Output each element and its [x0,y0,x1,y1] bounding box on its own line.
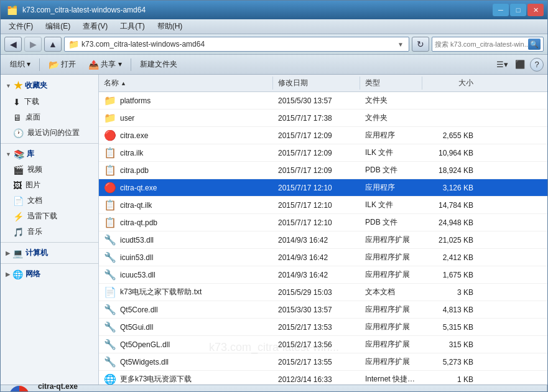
table-row[interactable]: 🔧 Qt5Core.dll 2015/3/30 13:57 应用程序扩展 4,8… [99,301,547,319]
column-header-date[interactable]: 修改日期 [273,77,360,90]
table-row[interactable]: 📋 citra.pdb 2015/7/17 12:09 PDB 文件 18,92… [99,162,547,179]
file-date-cell: 2015/7/17 17:38 [273,113,360,124]
video-icon: 🎬 [13,165,24,175]
file-type-cell: 应用程序扩展 [360,320,422,334]
column-header-name[interactable]: 名称 ▲ [99,77,273,90]
table-row[interactable]: 🔴 citra.exe 2015/7/17 12:09 应用程序 2,655 K… [99,127,547,144]
file-icon: 🔴 [104,182,116,194]
sidebar-item-video[interactable]: 🎬 视频 [1,162,98,177]
close-button[interactable]: ✕ [527,4,544,16]
file-name: citra-qt.ilk [120,201,152,210]
preview-pane-button[interactable]: ⬛ [512,58,528,72]
table-row[interactable]: 📁 platforms 2015/5/30 13:57 文件夹 [99,92,547,110]
sidebar-item-music[interactable]: 🎵 音乐 [1,224,98,240]
sidebar-item-recent[interactable]: 🕐 最近访问的位置 [1,125,98,141]
new-folder-button[interactable]: 新建文件夹 [134,57,183,73]
share-label: 共享 ▾ [101,59,121,70]
column-header-type[interactable]: 类型 [360,77,422,90]
minimize-button[interactable]: ─ [493,4,509,16]
table-row[interactable]: 🔧 Qt5Gui.dll 2015/2/17 13:53 应用程序扩展 5,31… [99,319,547,336]
share-button[interactable]: 📤 共享 ▾ [83,57,127,73]
sidebar-item-pictures[interactable]: 🖼 图片 [1,177,98,193]
up-button[interactable]: ▲ [44,37,62,52]
menu-file[interactable]: 文件(F) [4,21,37,33]
file-name: icudt53.dll [120,236,154,245]
file-type-cell: 应用程序扩展 [360,303,422,316]
file-icon: 📋 [104,199,116,211]
sidebar-divider-2 [1,242,98,243]
file-name-cell: 📋 citra.ilk [99,146,273,160]
menu-view[interactable]: 查看(V) [78,21,112,33]
organize-button[interactable]: 组织 ▾ [4,57,36,73]
search-input[interactable] [435,40,528,48]
table-row[interactable]: 📄 k73电玩之家下载帮助.txt 2015/5/29 15:03 文本文档 3… [99,284,547,301]
file-name: Qt5Widgets.dll [120,358,169,366]
table-row[interactable]: 🔧 icudt53.dll 2014/9/3 16:42 应用程序扩展 21,0… [99,231,547,249]
file-size-cell: 5,315 KB [422,322,478,333]
file-type-cell: 文件夹 [360,111,422,124]
forward-button[interactable]: ▶ [24,37,42,52]
file-name-cell: 📋 citra-qt.ilk [99,198,273,212]
menu-tools[interactable]: 工具(T) [116,21,149,33]
file-date-cell: 2015/2/17 13:55 [273,357,360,368]
file-name: citra.ilk [120,149,143,157]
table-row[interactable]: 🔧 icuin53.dll 2014/9/3 16:42 应用程序扩展 2,41… [99,249,547,266]
refresh-button[interactable]: ↻ [412,37,429,52]
file-rows-container: 📁 platforms 2015/5/30 13:57 文件夹 📁 user 2… [99,92,547,385]
music-icon: 🎵 [13,227,24,237]
file-date-cell: 2015/7/17 12:09 [273,130,360,141]
file-size-cell: 5,273 KB [422,357,478,368]
file-date-cell: 2014/9/3 16:42 [273,235,360,246]
file-icon: 📋 [104,217,116,228]
chevron-icon-network: ▶ [6,271,10,278]
file-date-cell: 2015/7/17 12:10 [273,182,360,194]
file-name-cell: 📄 k73电玩之家下载帮助.txt [99,285,273,299]
sidebar-header-network[interactable]: ▶ 🌐 网络 [1,266,98,282]
documents-icon: 📄 [13,196,24,206]
sidebar-header-favorites[interactable]: ▼ ★ 收藏夹 [1,77,98,94]
preview-icon [9,386,29,393]
sidebar-item-documents[interactable]: 📄 文档 [1,193,98,208]
table-row[interactable]: 🔴 citra-qt.exe 2015/7/17 12:10 应用程序 3,12… [99,179,547,197]
address-box[interactable]: 📁 k73.com_citra-latest-windows-amd64 ▼ [64,37,409,52]
table-row[interactable]: 📋 citra.ilk 2015/7/17 12:09 ILK 文件 10,96… [99,144,547,162]
file-name-cell: 📋 citra-qt.pdb [99,215,273,230]
menu-help[interactable]: 帮助(H) [153,21,187,33]
sidebar-item-desktop[interactable]: 🖥 桌面 [1,110,98,125]
table-row[interactable]: 📋 citra-qt.pdb 2015/7/17 12:10 PDB 文件 24… [99,214,547,231]
file-type-cell: ILK 文件 [360,198,422,212]
documents-label: 文档 [27,195,42,206]
file-icon: 🔧 [104,321,116,333]
file-size-cell: 18,924 KB [422,165,478,176]
table-row[interactable]: 🔧 Qt5OpenGL.dll 2015/2/17 13:56 应用程序扩展 3… [99,336,547,353]
help-button[interactable]: ? [530,58,544,72]
file-name: platforms [120,96,151,105]
table-row[interactable]: 📁 user 2015/7/17 17:38 文件夹 [99,110,547,127]
toolbar-separator-2 [131,58,131,71]
search-button[interactable]: 🔍 [528,39,541,50]
sidebar-header-library[interactable]: ▼ 📚 库 [1,146,98,162]
menu-edit[interactable]: 编辑(E) [41,21,75,33]
view-toggle-button[interactable]: ☰▾ [494,58,510,72]
file-date-cell: 2015/5/30 13:57 [273,95,360,106]
file-type-cell: 文本文档 [360,286,422,299]
table-row[interactable]: 🔧 icuuc53.dll 2014/9/3 16:42 应用程序扩展 1,67… [99,266,547,284]
maximize-button[interactable]: □ [510,4,526,16]
file-type-cell: 应用程序 [360,181,422,194]
table-row[interactable]: 🔧 Qt5Widgets.dll 2015/2/17 13:55 应用程序扩展 … [99,353,547,371]
address-dropdown-arrow[interactable]: ▼ [396,41,405,48]
favorites-label: 收藏夹 [25,80,47,91]
column-header-size[interactable]: 大小 [422,77,478,90]
sidebar-header-computer[interactable]: ▶ 💻 计算机 [1,245,98,261]
table-row[interactable]: 📋 citra-qt.ilk 2015/7/17 12:10 ILK 文件 14… [99,197,547,214]
favorites-star-icon: ★ [14,80,22,91]
file-name: Qt5Core.dll [120,306,158,314]
open-button[interactable]: 📂 打开 [43,57,81,73]
sidebar-item-xunlei[interactable]: ⚡ 迅雷下载 [1,208,98,224]
file-name-cell: 🔧 Qt5OpenGL.dll [99,337,273,352]
computer-icon: 💻 [12,248,23,258]
sidebar-item-downloads[interactable]: ⬇ 下载 [1,94,98,110]
back-button[interactable]: ◀ [4,37,22,52]
file-list-area[interactable]: 名称 ▲ 修改日期 类型 大小 📁 platforms 2015/5/30 [99,75,547,385]
search-box[interactable]: 🔍 [432,37,544,52]
